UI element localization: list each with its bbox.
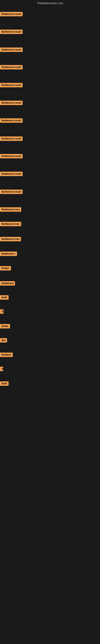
result-row-20: Bottle [0, 324, 10, 329]
bottleneck-badge-23[interactable]: B [0, 367, 3, 371]
bottleneck-badge-3[interactable]: Bottleneck result [0, 48, 23, 52]
result-row-13: Bottleneck resu [0, 222, 21, 227]
bottleneck-badge-5[interactable]: Bottleneck result [0, 83, 23, 87]
result-row-24: Bottl [0, 381, 9, 386]
bottleneck-badge-13[interactable]: Bottleneck resu [0, 222, 21, 226]
result-row-17: Bottleneck [0, 281, 15, 286]
bottleneck-badge-22[interactable]: Bottlene [0, 352, 13, 357]
bottleneck-badge-14[interactable]: Bottleneck resu [0, 237, 21, 241]
result-row-21: Bot [0, 338, 7, 343]
site-title: TheBottlenecker.com [0, 0, 100, 6]
result-row-19: B [0, 309, 3, 314]
results-container: Bottleneck resultBottleneck resultBottle… [0, 6, 100, 640]
result-row-22: Bottlene [0, 352, 13, 358]
result-row-4: Bottleneck result [0, 65, 23, 70]
result-row-2: Bottleneck result [0, 30, 23, 35]
result-row-12: Bottleneck resu [0, 207, 21, 212]
bottleneck-badge-9[interactable]: Bottleneck result [0, 154, 23, 158]
result-row-8: Bottleneck result [0, 136, 23, 142]
result-row-16: Bottler [0, 266, 11, 271]
result-row-14: Bottleneck resu [0, 237, 21, 242]
result-row-1: Bottleneck result [0, 12, 23, 17]
bottleneck-badge-21[interactable]: Bot [0, 338, 7, 342]
bottleneck-badge-4[interactable]: Bottleneck result [0, 65, 23, 70]
bottleneck-badge-11[interactable]: Bottleneck result [0, 190, 23, 194]
result-row-23: B [0, 367, 3, 372]
bottleneck-badge-16[interactable]: Bottler [0, 266, 11, 270]
bottleneck-badge-24[interactable]: Bottl [0, 381, 9, 386]
bottleneck-badge-1[interactable]: Bottleneck result [0, 12, 23, 16]
bottleneck-badge-12[interactable]: Bottleneck resu [0, 207, 21, 212]
bottleneck-badge-19[interactable]: B [0, 309, 3, 314]
bottleneck-badge-18[interactable]: Bottl [0, 295, 9, 300]
bottleneck-badge-20[interactable]: Bottle [0, 324, 10, 328]
bottleneck-badge-6[interactable]: Bottleneck result [0, 100, 23, 105]
bottleneck-badge-15[interactable]: Bottleneck r [0, 252, 17, 256]
result-row-15: Bottleneck r [0, 252, 17, 257]
result-row-18: Bottl [0, 295, 9, 300]
result-row-9: Bottleneck result [0, 154, 23, 159]
bottleneck-badge-8[interactable]: Bottleneck result [0, 136, 23, 141]
result-row-3: Bottleneck result [0, 48, 23, 53]
bottleneck-badge-10[interactable]: Bottleneck result [0, 172, 23, 176]
result-row-6: Bottleneck result [0, 100, 23, 106]
result-row-7: Bottleneck result [0, 118, 23, 124]
bottleneck-badge-2[interactable]: Bottleneck result [0, 30, 23, 34]
bottleneck-badge-17[interactable]: Bottleneck [0, 281, 15, 286]
result-row-11: Bottleneck result [0, 190, 23, 195]
bottleneck-badge-7[interactable]: Bottleneck result [0, 118, 23, 123]
result-row-5: Bottleneck result [0, 83, 23, 88]
result-row-10: Bottleneck result [0, 172, 23, 177]
